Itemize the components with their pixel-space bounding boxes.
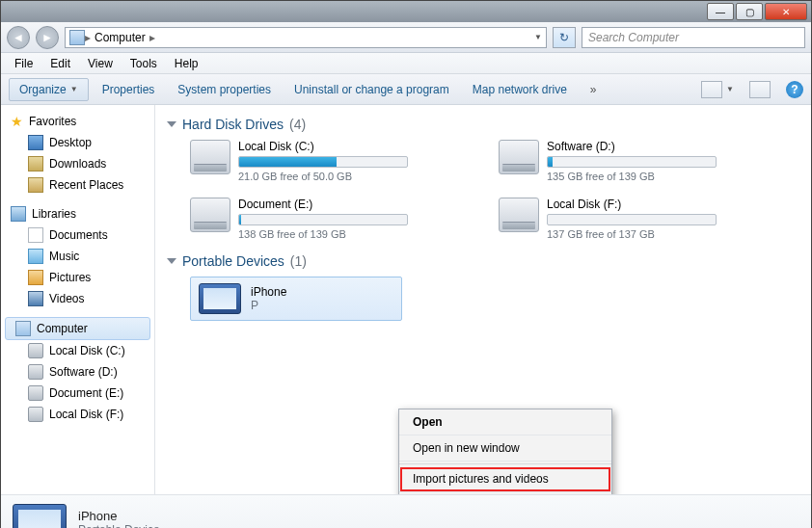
organize-button[interactable]: Organize ▼ xyxy=(9,78,89,101)
sidebar-item-downloads[interactable]: Downloads xyxy=(1,153,154,174)
view-mode-button[interactable] xyxy=(701,81,722,98)
section-portable[interactable]: Portable Devices (1) xyxy=(167,253,799,269)
drives-list: Local Disk (C:) 21.0 GB free of 50.0 GB … xyxy=(190,140,799,240)
navbar: ◄ ► ▸ Computer ▸ ▼ ↻ Search Computer xyxy=(1,22,811,53)
toolbar: Organize ▼ Properties System properties … xyxy=(1,74,811,105)
drive-usage-bar xyxy=(238,214,408,225)
chevron-right-icon: ▸ xyxy=(149,31,155,44)
sidebar-item-pictures[interactable]: Pictures xyxy=(1,267,154,288)
menu-edit[interactable]: Edit xyxy=(42,55,78,72)
menu-file[interactable]: File xyxy=(7,55,41,72)
disk-icon xyxy=(499,198,539,232)
disk-icon xyxy=(28,343,43,358)
drive-item[interactable]: Local Disk (F:) 137 GB free of 137 GB xyxy=(499,198,769,240)
star-icon: ★ xyxy=(11,114,23,129)
disk-icon xyxy=(28,385,43,401)
toolbar-system-properties[interactable]: System properties xyxy=(168,79,281,100)
sidebar-computer: Computer Local Disk (C:) Software (D:) D… xyxy=(1,317,154,425)
sidebar-item-disk-e[interactable]: Document (E:) xyxy=(1,383,154,404)
status-type: Portable Device xyxy=(78,523,160,528)
help-icon[interactable]: ? xyxy=(786,81,803,98)
disk-icon xyxy=(28,407,43,422)
sidebar-item-videos[interactable]: Videos xyxy=(1,288,154,309)
downloads-icon xyxy=(28,156,43,172)
status-name: iPhone xyxy=(78,509,160,523)
sidebar-libraries: Libraries Documents Music Pictures Video… xyxy=(1,203,154,309)
address-bar[interactable]: ▸ Computer ▸ ▼ xyxy=(65,27,547,48)
content-area: ★Favorites Desktop Downloads Recent Plac… xyxy=(1,105,811,494)
documents-icon xyxy=(28,227,43,243)
search-placeholder: Search Computer xyxy=(588,31,679,44)
chevron-down-icon: ▼ xyxy=(70,85,78,93)
menu-view[interactable]: View xyxy=(80,55,121,72)
drive-free-text: 137 GB free of 137 GB xyxy=(547,228,717,240)
preview-pane-button[interactable] xyxy=(749,81,771,98)
forward-button[interactable]: ► xyxy=(36,26,59,49)
toolbar-properties[interactable]: Properties xyxy=(93,79,165,100)
drive-usage-bar xyxy=(238,156,408,168)
search-input[interactable]: Search Computer xyxy=(582,27,805,48)
recent-icon xyxy=(28,177,43,193)
context-item[interactable]: Open in new window xyxy=(399,436,611,462)
toolbar-overflow[interactable]: » xyxy=(581,79,607,100)
chevron-down-icon[interactable]: ▼ xyxy=(726,85,734,93)
sidebar-item-disk-d[interactable]: Software (D:) xyxy=(1,361,154,383)
pictures-icon xyxy=(28,270,43,285)
drive-item[interactable]: Document (E:) 138 GB free of 139 GB xyxy=(190,198,460,240)
back-button[interactable]: ◄ xyxy=(7,26,30,49)
computer-icon xyxy=(69,30,85,45)
sidebar-item-documents[interactable]: Documents xyxy=(1,224,154,246)
refresh-button[interactable]: ↻ xyxy=(553,27,576,48)
drive-name: Software (D:) xyxy=(547,140,717,153)
videos-icon xyxy=(28,291,43,306)
sidebar-item-disk-f[interactable]: Local Disk (F:) xyxy=(1,404,154,425)
organize-label: Organize xyxy=(19,83,67,96)
drive-usage-bar xyxy=(547,156,717,168)
drive-item[interactable]: Local Disk (C:) 21.0 GB free of 50.0 GB xyxy=(190,140,460,182)
sidebar-item-music[interactable]: Music xyxy=(1,246,154,267)
address-dropdown-icon[interactable]: ▼ xyxy=(534,33,542,41)
device-iphone[interactable]: iPhone P xyxy=(190,277,402,321)
toolbar-map-drive[interactable]: Map network drive xyxy=(463,79,577,100)
libraries-icon xyxy=(11,206,26,222)
main-panel: Hard Disk Drives (4) Local Disk (C:) 21.… xyxy=(155,105,811,494)
sidebar-item-desktop[interactable]: Desktop xyxy=(1,132,154,153)
drive-name: Local Disk (C:) xyxy=(238,140,408,153)
menu-help[interactable]: Help xyxy=(167,55,206,72)
menubar: File Edit View Tools Help xyxy=(1,53,811,74)
collapse-icon xyxy=(167,258,176,264)
context-item[interactable]: Import pictures and videos xyxy=(399,466,611,492)
sidebar-favorites: ★Favorites Desktop Downloads Recent Plac… xyxy=(1,111,154,196)
toolbar-uninstall[interactable]: Uninstall or change a program xyxy=(284,79,459,100)
sidebar-head-libraries[interactable]: Libraries xyxy=(1,203,154,224)
menu-tools[interactable]: Tools xyxy=(122,55,165,72)
computer-icon xyxy=(15,321,31,336)
section-hdd[interactable]: Hard Disk Drives (4) xyxy=(167,117,799,132)
device-type: P xyxy=(251,299,286,312)
explorer-window: — ▢ ✕ ◄ ► ▸ Computer ▸ ▼ ↻ Search Comput… xyxy=(0,0,812,528)
sidebar: ★Favorites Desktop Downloads Recent Plac… xyxy=(1,105,155,494)
drive-free-text: 135 GB free of 139 GB xyxy=(547,171,717,182)
disk-icon xyxy=(190,198,230,232)
sidebar-item-disk-c[interactable]: Local Disk (C:) xyxy=(1,340,154,361)
sidebar-head-favorites[interactable]: ★Favorites xyxy=(1,111,154,132)
maximize-button[interactable]: ▢ xyxy=(736,3,763,20)
disk-icon xyxy=(190,140,230,174)
drive-free-text: 21.0 GB free of 50.0 GB xyxy=(238,171,408,182)
drive-item[interactable]: Software (D:) 135 GB free of 139 GB xyxy=(499,140,769,182)
titlebar: — ▢ ✕ xyxy=(1,1,811,22)
breadcrumb-computer[interactable]: Computer xyxy=(91,31,149,44)
device-name: iPhone xyxy=(251,285,286,299)
drive-name: Local Disk (F:) xyxy=(547,198,717,211)
close-button[interactable]: ✕ xyxy=(765,3,807,20)
desktop-icon xyxy=(28,135,43,150)
drive-name: Document (E:) xyxy=(238,198,408,211)
sidebar-head-computer[interactable]: Computer xyxy=(5,317,150,340)
status-device-icon xyxy=(13,504,67,529)
disk-icon xyxy=(499,140,539,174)
context-item[interactable]: Open xyxy=(399,409,611,436)
sidebar-item-recent[interactable]: Recent Places xyxy=(1,174,154,196)
minimize-button[interactable]: — xyxy=(707,3,734,20)
context-separator xyxy=(399,463,611,464)
music-icon xyxy=(28,249,43,264)
